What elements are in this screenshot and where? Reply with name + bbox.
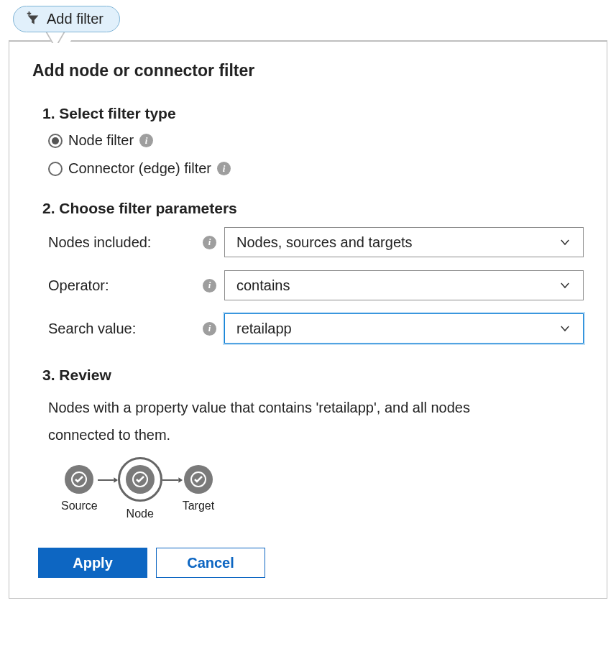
search-value-combobox[interactable]: retailapp [224, 313, 584, 344]
diagram-source-label: Source [61, 500, 98, 512]
select-value: contains [236, 277, 290, 294]
chevron-down-icon [558, 322, 571, 335]
nodes-included-label: Nodes included: [48, 234, 203, 251]
popup-connector [9, 32, 607, 50]
chevron-down-icon [558, 279, 571, 292]
review-summary: Nodes with a property value that contain… [48, 394, 494, 448]
review-diagram: Source Node Target [61, 457, 584, 520]
arrow-right-icon [98, 476, 118, 484]
combobox-value: retailapp [236, 321, 292, 337]
add-filter-label: Add filter [47, 11, 104, 27]
check-circle-icon [126, 465, 155, 494]
arrow-right-icon [162, 476, 183, 484]
info-icon[interactable]: i [139, 134, 153, 147]
check-circle-icon [65, 465, 93, 494]
info-icon[interactable]: i [203, 236, 216, 249]
operator-select[interactable]: contains [224, 270, 584, 300]
radio-node-filter[interactable]: Node filter i [48, 132, 584, 149]
radio-label: Connector (edge) filter [68, 160, 211, 177]
diagram-node: Node [118, 457, 162, 520]
chevron-down-icon [558, 236, 571, 249]
info-icon[interactable]: i [217, 162, 231, 175]
cancel-button[interactable]: Cancel [156, 548, 265, 578]
select-value: Nodes, sources and targets [236, 234, 413, 251]
filter-type-group: Node filter i Connector (edge) filter i [48, 132, 584, 177]
panel-title: Add node or connector filter [32, 61, 584, 80]
apply-button[interactable]: Apply [38, 548, 147, 578]
filter-add-icon [25, 11, 41, 27]
check-circle-icon [184, 465, 213, 494]
radio-icon [48, 162, 63, 176]
info-icon[interactable]: i [203, 279, 216, 293]
step3-heading: 3. Review [42, 367, 584, 384]
diagram-node-label: Node [127, 507, 154, 520]
diagram-source-node: Source [61, 465, 98, 512]
search-value-label: Search value: [48, 321, 203, 337]
diagram-target-node: Target [183, 465, 214, 512]
radio-label: Node filter [68, 132, 134, 149]
add-filter-button[interactable]: Add filter [13, 6, 120, 32]
filter-panel: Add node or connector filter 1. Select f… [9, 40, 607, 599]
step1-heading: 1. Select filter type [42, 105, 584, 122]
operator-label: Operator: [48, 277, 203, 294]
nodes-included-select[interactable]: Nodes, sources and targets [224, 227, 584, 257]
info-icon[interactable]: i [203, 322, 216, 336]
step2-heading: 2. Choose filter parameters [42, 200, 584, 217]
radio-connector-filter[interactable]: Connector (edge) filter i [48, 160, 584, 177]
diagram-target-label: Target [183, 500, 214, 512]
radio-icon [48, 134, 63, 148]
